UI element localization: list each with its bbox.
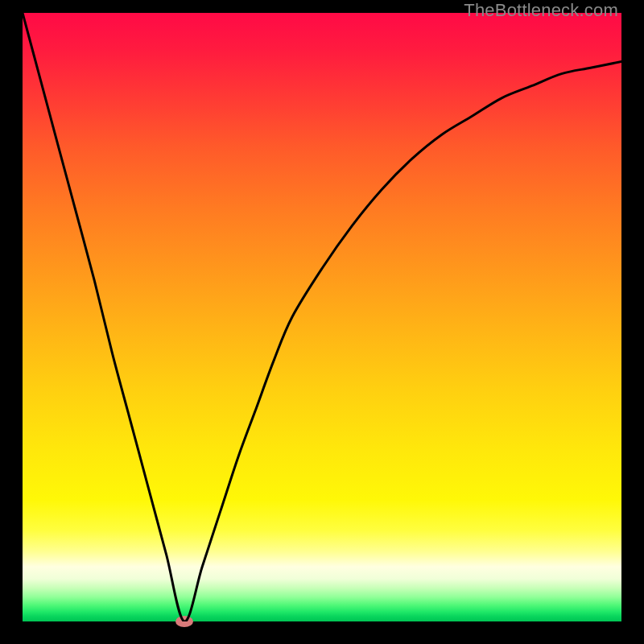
chart-frame: TheBottleneck.com <box>0 0 644 644</box>
watermark-text: TheBottleneck.com <box>464 0 618 21</box>
plot-area <box>23 13 621 621</box>
curve-svg <box>23 13 621 621</box>
bottleneck-curve <box>23 13 621 621</box>
